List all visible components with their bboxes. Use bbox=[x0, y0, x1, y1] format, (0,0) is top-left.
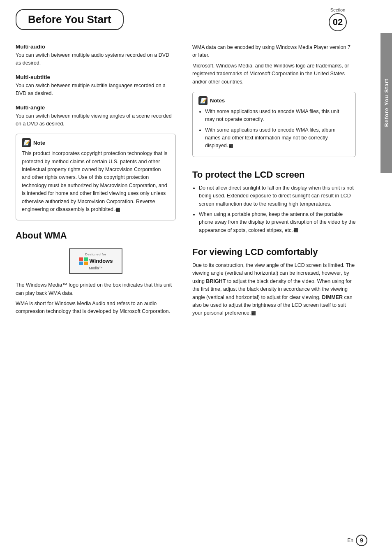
svg-rect-1 bbox=[84, 257, 88, 261]
end-mark: ■ bbox=[116, 208, 120, 212]
end-mark-viewing: ■ bbox=[251, 311, 256, 315]
section-number: 02 bbox=[329, 13, 347, 31]
multi-angle-text: You can switch between multiple viewing … bbox=[16, 112, 176, 128]
notes-bullets: With some applications used to encode WM… bbox=[198, 108, 350, 150]
windows-flag-icon bbox=[79, 257, 88, 265]
note-box: 📝 Note This product incorporates copyrig… bbox=[16, 134, 176, 220]
page-header: Before You Start Section 02 bbox=[0, 0, 392, 35]
end-mark-notes: ■ bbox=[229, 144, 233, 148]
notes-bullet-1: With some applications used to encode WM… bbox=[205, 108, 350, 124]
page-title: Before You Start bbox=[28, 13, 111, 25]
main-content: Multi-audio You can switch between multi… bbox=[0, 35, 392, 328]
page: Before You Start Section 02 Before You S… bbox=[0, 0, 392, 556]
viewing-text: Due to its construction, the view angle … bbox=[192, 262, 356, 317]
sidebar-tab: Before You Start bbox=[380, 33, 392, 173]
right-column: WMA data can be encoded by using Windows… bbox=[188, 44, 376, 320]
notes-box: 📝 Notes With some applications used to e… bbox=[192, 92, 356, 157]
wm-logo-designed-for: Designed for bbox=[85, 253, 106, 256]
multi-audio-heading: Multi-audio bbox=[16, 44, 176, 50]
svg-rect-3 bbox=[84, 262, 88, 265]
note-label: Note bbox=[33, 140, 45, 146]
multi-subtitle-heading: Multi-subtitle bbox=[16, 74, 176, 80]
dimmer-label: DIMMER bbox=[322, 294, 343, 300]
notes-label: Notes bbox=[210, 97, 225, 104]
left-column: Multi-audio You can switch between multi… bbox=[16, 44, 188, 320]
wm-logo-container: Designed for Windows Media™ bbox=[16, 248, 176, 274]
wm-logo-media: Media™ bbox=[89, 266, 103, 270]
lcd-protect-bullets: Do not allow direct sunlight to fall on … bbox=[192, 184, 356, 234]
footer-page-number: 9 bbox=[356, 535, 367, 546]
notes-bullet-2: With some applications used to encode WM… bbox=[205, 126, 350, 150]
multi-subtitle-text: You can switch between multiple subtitle… bbox=[16, 82, 176, 98]
wma-text1: The Windows Media™ logo printed on the b… bbox=[16, 281, 176, 297]
notes-header: 📝 Notes bbox=[198, 96, 350, 105]
wm-logo-windows: Windows bbox=[90, 258, 113, 264]
section-box: Section 02 bbox=[329, 7, 347, 31]
wma-text2: WMA is short for Windows Media Audio and… bbox=[16, 300, 176, 316]
footer-en-label: En bbox=[347, 537, 353, 543]
footer: En 9 bbox=[347, 535, 367, 546]
viewing-section: For viewing LCD comfortably Due to its c… bbox=[192, 247, 356, 317]
svg-rect-0 bbox=[79, 257, 83, 261]
notes-icon: 📝 bbox=[198, 96, 208, 105]
about-wma-heading: About WMA bbox=[16, 230, 176, 241]
wma-right-text1: WMA data can be encoded by using Windows… bbox=[192, 44, 356, 60]
note-icon: 📝 bbox=[22, 138, 31, 147]
lcd-protect-bullet-2: When using a portable phone, keep the an… bbox=[199, 211, 356, 234]
multi-audio-text: You can switch between multiple audio sy… bbox=[16, 51, 176, 67]
lcd-protect-bullet-1: Do not allow direct sunlight to fall on … bbox=[199, 184, 356, 208]
viewing-heading: For viewing LCD comfortably bbox=[192, 247, 356, 257]
svg-rect-2 bbox=[79, 262, 83, 265]
end-mark-lcd: ■ bbox=[294, 228, 298, 232]
about-wma-section: About WMA Designed for bbox=[16, 230, 176, 316]
note-text: This product incorporates copyright prot… bbox=[22, 150, 170, 213]
sidebar-tab-label: Before You Start bbox=[383, 79, 390, 127]
note-header: 📝 Note bbox=[22, 138, 170, 147]
wma-right-text2: Microsoft, Windows Media, and the Window… bbox=[192, 62, 356, 86]
wm-logo-box: Designed for Windows Media™ bbox=[69, 248, 122, 274]
lcd-protect-heading: To protect the LCD screen bbox=[192, 169, 356, 180]
multi-angle-heading: Multi-angle bbox=[16, 104, 176, 111]
lcd-protect-section: To protect the LCD screen Do not allow d… bbox=[192, 169, 356, 234]
title-box: Before You Start bbox=[16, 9, 124, 30]
section-label: Section bbox=[330, 7, 346, 12]
bright-label: BRIGHT bbox=[206, 278, 226, 284]
